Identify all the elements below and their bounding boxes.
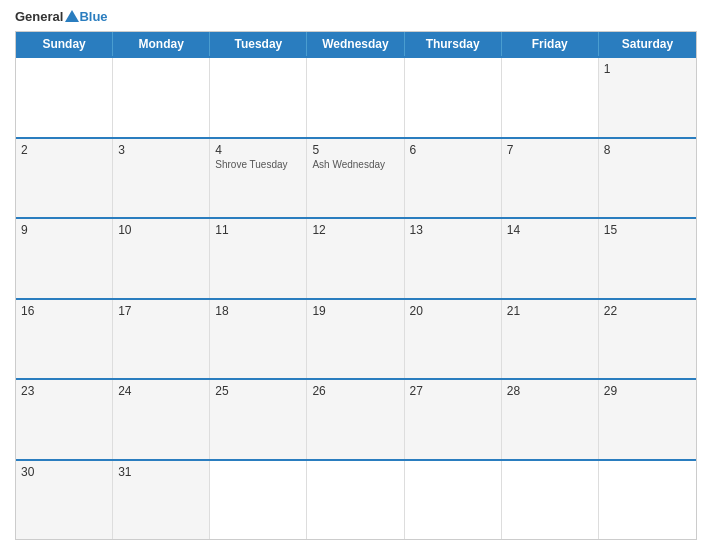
day-cell: 26 [307, 380, 404, 459]
day-cell: 25 [210, 380, 307, 459]
day-number: 16 [21, 304, 107, 318]
day-cell [599, 461, 696, 540]
day-cell: 4Shrove Tuesday [210, 139, 307, 218]
week-row-0: 1 [16, 56, 696, 137]
day-cell [210, 58, 307, 137]
day-header-saturday: Saturday [599, 32, 696, 56]
day-cell: 9 [16, 219, 113, 298]
day-number: 1 [604, 62, 691, 76]
day-cell: 28 [502, 380, 599, 459]
day-number: 8 [604, 143, 691, 157]
week-row-4: 23242526272829 [16, 378, 696, 459]
day-number: 4 [215, 143, 301, 157]
day-number: 30 [21, 465, 107, 479]
day-number: 2 [21, 143, 107, 157]
day-cell [210, 461, 307, 540]
day-number: 26 [312, 384, 398, 398]
week-row-3: 16171819202122 [16, 298, 696, 379]
calendar-grid: SundayMondayTuesdayWednesdayThursdayFrid… [15, 31, 697, 540]
day-cell [502, 461, 599, 540]
day-header-thursday: Thursday [405, 32, 502, 56]
day-cell: 12 [307, 219, 404, 298]
logo: GeneralBlue [15, 10, 108, 23]
day-header-tuesday: Tuesday [210, 32, 307, 56]
day-headers-row: SundayMondayTuesdayWednesdayThursdayFrid… [16, 32, 696, 56]
day-number: 7 [507, 143, 593, 157]
day-cell [307, 58, 404, 137]
day-cell [307, 461, 404, 540]
day-number: 31 [118, 465, 204, 479]
day-cell: 19 [307, 300, 404, 379]
day-number: 5 [312, 143, 398, 157]
day-cell: 18 [210, 300, 307, 379]
day-cell [16, 58, 113, 137]
day-cell: 30 [16, 461, 113, 540]
day-number: 3 [118, 143, 204, 157]
day-cell: 27 [405, 380, 502, 459]
day-cell: 23 [16, 380, 113, 459]
day-cell: 10 [113, 219, 210, 298]
day-cell: 15 [599, 219, 696, 298]
day-cell: 8 [599, 139, 696, 218]
day-number: 20 [410, 304, 496, 318]
day-cell [113, 58, 210, 137]
day-number: 11 [215, 223, 301, 237]
day-cell: 24 [113, 380, 210, 459]
day-header-monday: Monday [113, 32, 210, 56]
day-event: Ash Wednesday [312, 159, 398, 170]
day-cell [405, 58, 502, 137]
day-number: 27 [410, 384, 496, 398]
day-cell: 31 [113, 461, 210, 540]
logo-triangle-icon [65, 10, 79, 22]
day-cell: 17 [113, 300, 210, 379]
day-number: 17 [118, 304, 204, 318]
day-cell: 14 [502, 219, 599, 298]
day-cell [502, 58, 599, 137]
week-row-1: 234Shrove Tuesday5Ash Wednesday678 [16, 137, 696, 218]
day-cell: 7 [502, 139, 599, 218]
day-cell: 13 [405, 219, 502, 298]
day-cell: 16 [16, 300, 113, 379]
day-number: 6 [410, 143, 496, 157]
day-cell: 21 [502, 300, 599, 379]
day-cell: 22 [599, 300, 696, 379]
day-cell: 20 [405, 300, 502, 379]
day-cell: 6 [405, 139, 502, 218]
day-number: 21 [507, 304, 593, 318]
weeks-container: 1234Shrove Tuesday5Ash Wednesday67891011… [16, 56, 696, 539]
day-number: 24 [118, 384, 204, 398]
day-number: 29 [604, 384, 691, 398]
day-number: 19 [312, 304, 398, 318]
day-cell: 1 [599, 58, 696, 137]
day-number: 18 [215, 304, 301, 318]
day-event: Shrove Tuesday [215, 159, 301, 170]
day-number: 22 [604, 304, 691, 318]
day-cell: 29 [599, 380, 696, 459]
week-row-5: 3031 [16, 459, 696, 540]
day-number: 28 [507, 384, 593, 398]
week-row-2: 9101112131415 [16, 217, 696, 298]
day-cell: 3 [113, 139, 210, 218]
calendar-page: GeneralBlue SundayMondayTuesdayWednesday… [0, 0, 712, 550]
day-number: 15 [604, 223, 691, 237]
day-number: 12 [312, 223, 398, 237]
day-cell: 5Ash Wednesday [307, 139, 404, 218]
day-number: 25 [215, 384, 301, 398]
day-header-sunday: Sunday [16, 32, 113, 56]
calendar-header: GeneralBlue [15, 10, 697, 23]
day-cell: 11 [210, 219, 307, 298]
day-number: 13 [410, 223, 496, 237]
day-number: 9 [21, 223, 107, 237]
day-cell: 2 [16, 139, 113, 218]
day-cell [405, 461, 502, 540]
day-header-wednesday: Wednesday [307, 32, 404, 56]
day-header-friday: Friday [502, 32, 599, 56]
day-number: 14 [507, 223, 593, 237]
day-number: 23 [21, 384, 107, 398]
day-number: 10 [118, 223, 204, 237]
